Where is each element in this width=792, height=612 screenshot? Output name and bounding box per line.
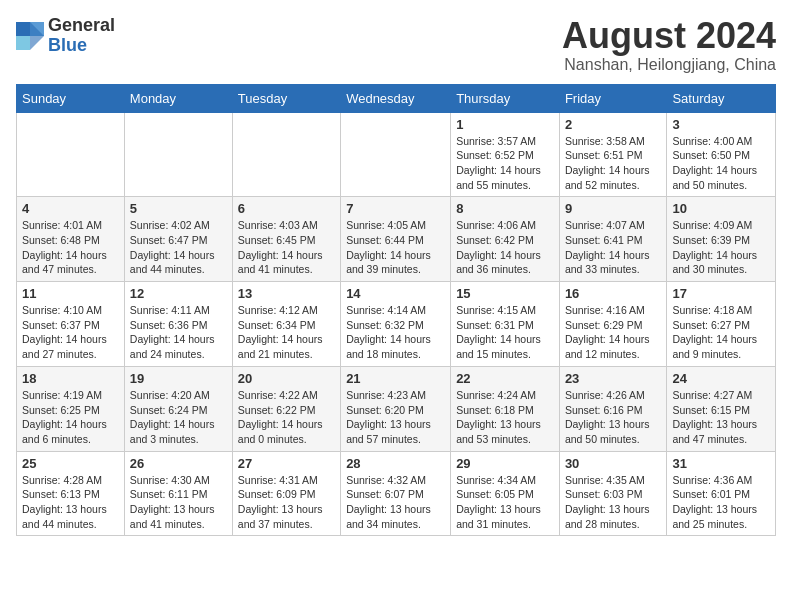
logo-general: General — [48, 16, 115, 36]
header: General Blue August 2024 Nanshan, Heilon… — [16, 16, 776, 74]
day-number: 14 — [346, 286, 445, 301]
day-info: Sunrise: 3:57 AMSunset: 6:52 PMDaylight:… — [456, 134, 554, 193]
day-number: 26 — [130, 456, 227, 471]
calendar-cell: 9Sunrise: 4:07 AMSunset: 6:41 PMDaylight… — [559, 197, 667, 282]
calendar-cell: 23Sunrise: 4:26 AMSunset: 6:16 PMDayligh… — [559, 366, 667, 451]
calendar-cell: 2Sunrise: 3:58 AMSunset: 6:51 PMDaylight… — [559, 112, 667, 197]
day-number: 8 — [456, 201, 554, 216]
calendar-cell: 17Sunrise: 4:18 AMSunset: 6:27 PMDayligh… — [667, 282, 776, 367]
calendar-cell: 21Sunrise: 4:23 AMSunset: 6:20 PMDayligh… — [341, 366, 451, 451]
day-info: Sunrise: 4:36 AMSunset: 6:01 PMDaylight:… — [672, 473, 770, 532]
calendar-cell: 5Sunrise: 4:02 AMSunset: 6:47 PMDaylight… — [124, 197, 232, 282]
calendar-week-row: 4Sunrise: 4:01 AMSunset: 6:48 PMDaylight… — [17, 197, 776, 282]
day-info: Sunrise: 4:02 AMSunset: 6:47 PMDaylight:… — [130, 218, 227, 277]
calendar-cell: 12Sunrise: 4:11 AMSunset: 6:36 PMDayligh… — [124, 282, 232, 367]
day-info: Sunrise: 4:12 AMSunset: 6:34 PMDaylight:… — [238, 303, 335, 362]
day-number: 9 — [565, 201, 662, 216]
day-info: Sunrise: 4:11 AMSunset: 6:36 PMDaylight:… — [130, 303, 227, 362]
day-number: 27 — [238, 456, 335, 471]
day-number: 2 — [565, 117, 662, 132]
day-number: 23 — [565, 371, 662, 386]
calendar-cell: 7Sunrise: 4:05 AMSunset: 6:44 PMDaylight… — [341, 197, 451, 282]
day-info: Sunrise: 4:31 AMSunset: 6:09 PMDaylight:… — [238, 473, 335, 532]
day-number: 28 — [346, 456, 445, 471]
day-info: Sunrise: 4:32 AMSunset: 6:07 PMDaylight:… — [346, 473, 445, 532]
calendar-cell: 1Sunrise: 3:57 AMSunset: 6:52 PMDaylight… — [451, 112, 560, 197]
calendar-week-row: 1Sunrise: 3:57 AMSunset: 6:52 PMDaylight… — [17, 112, 776, 197]
day-info: Sunrise: 4:28 AMSunset: 6:13 PMDaylight:… — [22, 473, 119, 532]
day-info: Sunrise: 4:09 AMSunset: 6:39 PMDaylight:… — [672, 218, 770, 277]
day-number: 13 — [238, 286, 335, 301]
calendar-cell: 25Sunrise: 4:28 AMSunset: 6:13 PMDayligh… — [17, 451, 125, 536]
day-info: Sunrise: 4:14 AMSunset: 6:32 PMDaylight:… — [346, 303, 445, 362]
calendar-cell: 8Sunrise: 4:06 AMSunset: 6:42 PMDaylight… — [451, 197, 560, 282]
calendar-cell: 11Sunrise: 4:10 AMSunset: 6:37 PMDayligh… — [17, 282, 125, 367]
day-info: Sunrise: 3:58 AMSunset: 6:51 PMDaylight:… — [565, 134, 662, 193]
calendar-day-header: Saturday — [667, 84, 776, 112]
calendar-cell: 16Sunrise: 4:16 AMSunset: 6:29 PMDayligh… — [559, 282, 667, 367]
day-number: 7 — [346, 201, 445, 216]
day-number: 25 — [22, 456, 119, 471]
calendar-cell: 10Sunrise: 4:09 AMSunset: 6:39 PMDayligh… — [667, 197, 776, 282]
day-number: 6 — [238, 201, 335, 216]
calendar-cell: 14Sunrise: 4:14 AMSunset: 6:32 PMDayligh… — [341, 282, 451, 367]
day-number: 31 — [672, 456, 770, 471]
calendar-cell: 3Sunrise: 4:00 AMSunset: 6:50 PMDaylight… — [667, 112, 776, 197]
calendar-body: 1Sunrise: 3:57 AMSunset: 6:52 PMDaylight… — [17, 112, 776, 536]
day-number: 24 — [672, 371, 770, 386]
calendar-week-row: 18Sunrise: 4:19 AMSunset: 6:25 PMDayligh… — [17, 366, 776, 451]
day-info: Sunrise: 4:15 AMSunset: 6:31 PMDaylight:… — [456, 303, 554, 362]
day-number: 30 — [565, 456, 662, 471]
calendar-cell: 4Sunrise: 4:01 AMSunset: 6:48 PMDaylight… — [17, 197, 125, 282]
day-info: Sunrise: 4:03 AMSunset: 6:45 PMDaylight:… — [238, 218, 335, 277]
day-info: Sunrise: 4:23 AMSunset: 6:20 PMDaylight:… — [346, 388, 445, 447]
calendar-cell — [124, 112, 232, 197]
calendar-week-row: 11Sunrise: 4:10 AMSunset: 6:37 PMDayligh… — [17, 282, 776, 367]
day-number: 11 — [22, 286, 119, 301]
calendar-cell: 19Sunrise: 4:20 AMSunset: 6:24 PMDayligh… — [124, 366, 232, 451]
calendar-cell: 28Sunrise: 4:32 AMSunset: 6:07 PMDayligh… — [341, 451, 451, 536]
day-info: Sunrise: 4:27 AMSunset: 6:15 PMDaylight:… — [672, 388, 770, 447]
calendar-cell: 27Sunrise: 4:31 AMSunset: 6:09 PMDayligh… — [232, 451, 340, 536]
day-number: 21 — [346, 371, 445, 386]
calendar-header-row: SundayMondayTuesdayWednesdayThursdayFrid… — [17, 84, 776, 112]
day-info: Sunrise: 4:10 AMSunset: 6:37 PMDaylight:… — [22, 303, 119, 362]
day-info: Sunrise: 4:07 AMSunset: 6:41 PMDaylight:… — [565, 218, 662, 277]
day-info: Sunrise: 4:34 AMSunset: 6:05 PMDaylight:… — [456, 473, 554, 532]
title-section: August 2024 Nanshan, Heilongjiang, China — [562, 16, 776, 74]
day-number: 17 — [672, 286, 770, 301]
day-info: Sunrise: 4:22 AMSunset: 6:22 PMDaylight:… — [238, 388, 335, 447]
calendar-day-header: Thursday — [451, 84, 560, 112]
calendar-cell — [17, 112, 125, 197]
day-number: 22 — [456, 371, 554, 386]
calendar-cell: 22Sunrise: 4:24 AMSunset: 6:18 PMDayligh… — [451, 366, 560, 451]
logo-icon — [16, 22, 44, 50]
calendar-day-header: Wednesday — [341, 84, 451, 112]
calendar-cell: 30Sunrise: 4:35 AMSunset: 6:03 PMDayligh… — [559, 451, 667, 536]
day-info: Sunrise: 4:20 AMSunset: 6:24 PMDaylight:… — [130, 388, 227, 447]
calendar-week-row: 25Sunrise: 4:28 AMSunset: 6:13 PMDayligh… — [17, 451, 776, 536]
day-info: Sunrise: 4:00 AMSunset: 6:50 PMDaylight:… — [672, 134, 770, 193]
day-info: Sunrise: 4:05 AMSunset: 6:44 PMDaylight:… — [346, 218, 445, 277]
day-number: 5 — [130, 201, 227, 216]
calendar-cell — [341, 112, 451, 197]
calendar-cell: 13Sunrise: 4:12 AMSunset: 6:34 PMDayligh… — [232, 282, 340, 367]
day-info: Sunrise: 4:30 AMSunset: 6:11 PMDaylight:… — [130, 473, 227, 532]
day-info: Sunrise: 4:06 AMSunset: 6:42 PMDaylight:… — [456, 218, 554, 277]
day-info: Sunrise: 4:35 AMSunset: 6:03 PMDaylight:… — [565, 473, 662, 532]
day-number: 15 — [456, 286, 554, 301]
calendar-cell: 31Sunrise: 4:36 AMSunset: 6:01 PMDayligh… — [667, 451, 776, 536]
day-number: 12 — [130, 286, 227, 301]
calendar-cell: 20Sunrise: 4:22 AMSunset: 6:22 PMDayligh… — [232, 366, 340, 451]
day-number: 1 — [456, 117, 554, 132]
day-info: Sunrise: 4:26 AMSunset: 6:16 PMDaylight:… — [565, 388, 662, 447]
calendar-day-header: Tuesday — [232, 84, 340, 112]
day-number: 20 — [238, 371, 335, 386]
calendar-cell: 26Sunrise: 4:30 AMSunset: 6:11 PMDayligh… — [124, 451, 232, 536]
day-info: Sunrise: 4:01 AMSunset: 6:48 PMDaylight:… — [22, 218, 119, 277]
svg-rect-2 — [16, 36, 30, 50]
calendar-cell — [232, 112, 340, 197]
calendar-day-header: Friday — [559, 84, 667, 112]
day-info: Sunrise: 4:16 AMSunset: 6:29 PMDaylight:… — [565, 303, 662, 362]
calendar-cell: 18Sunrise: 4:19 AMSunset: 6:25 PMDayligh… — [17, 366, 125, 451]
